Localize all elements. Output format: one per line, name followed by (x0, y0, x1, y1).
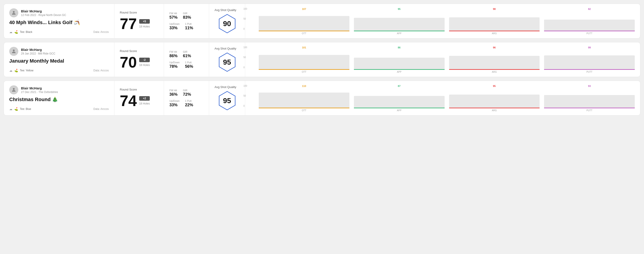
chart-section: 100500 110 OTT 87 APP 95 (245, 81, 640, 115)
bar-bg (259, 16, 350, 31)
tee-label: Tee: Blue (20, 107, 31, 111)
round-title: Christmas Round 🎄 (9, 97, 109, 103)
bar-label: ARG (492, 71, 497, 73)
quality-section: Avg Shot Quality 95 (209, 81, 245, 115)
oneputt-label: 1 Putt (185, 100, 193, 102)
stats-row-top: FW Hit 57% GIR 83% (170, 12, 204, 20)
bar-value-app: 87 (398, 85, 400, 87)
bar-wrapper (544, 11, 635, 31)
chart-section: 100500 101 OTT 86 APP 96 (245, 42, 640, 77)
y-axis-label: 50 (244, 95, 247, 97)
bag-icon: ⛳ (14, 30, 18, 34)
bar-label: PUTT (586, 109, 592, 112)
user-date: 12 Feb 2022 · Royal North Devon GC (21, 13, 66, 17)
bar-bg (544, 55, 635, 70)
score-label: Round Score (120, 11, 158, 14)
quality-section: Avg Shot Quality 90 (209, 4, 245, 38)
person-icon (11, 87, 16, 93)
chart-container: 100500 110 OTT 87 APP 95 (250, 85, 635, 112)
bar-group-ott: 101 OTT (259, 46, 350, 73)
updown-stat: Up/Down 33% (170, 100, 180, 107)
stats-row-top: FW Hit 86% GIR 61% (170, 50, 204, 58)
svg-point-2 (13, 88, 15, 90)
user-name: Blair McHarg (21, 48, 55, 52)
quality-label: Avg Shot Quality (214, 47, 236, 50)
quality-label: Avg Shot Quality (214, 8, 236, 12)
score-holes: 18 Holes (139, 64, 150, 67)
bar-value-arg: 96 (493, 46, 496, 49)
data-source: Data: Arccos (94, 107, 109, 111)
bar-value-app: 95 (398, 8, 400, 10)
round-title: 40 Mph Winds... Links Golf 🪃 (9, 20, 109, 25)
quality-number: 95 (223, 58, 231, 66)
bar-fill-line (449, 69, 540, 70)
round-card: Blair McHarg 29 Jan 2022 · Mill Ride GCC… (4, 42, 640, 77)
bar-group-putt: 99 PUTT (544, 46, 635, 73)
oneputt-value: 56% (185, 64, 193, 69)
bar-fill-line (449, 31, 540, 31)
tee-label: Tee: Black (20, 30, 32, 33)
y-axis-labels: 100500 (244, 8, 247, 30)
chart-section: 100500 107 OTT 95 APP 98 (245, 4, 640, 38)
bar-group-arg: 98 ARG (449, 8, 540, 35)
stats-row-bottom: Up/Down 33% 1 Putt 22% (170, 100, 204, 107)
bar-bg (354, 96, 444, 108)
avatar (9, 8, 18, 17)
hexagon-container: 95 (217, 52, 237, 72)
fw-hit-stat: FW Hit 36% (170, 89, 178, 97)
bar-group-putt: 93 PUTT (544, 85, 635, 112)
bar-chart: 110 OTT 87 APP 95 ARG (259, 85, 635, 112)
score-badge: +5 18 Holes (139, 19, 150, 28)
gir-value: 83% (183, 15, 191, 20)
fw-hit-value: 36% (170, 92, 178, 97)
person-icon (11, 10, 16, 15)
y-axis-labels: 100500 (244, 46, 247, 69)
bar-wrapper (354, 11, 444, 31)
bar-fill-line (259, 31, 350, 31)
person-icon (11, 49, 16, 54)
bar-wrapper (449, 50, 540, 70)
user-date: 29 Jan 2022 · Mill Ride GCC (21, 52, 55, 55)
bar-bg (544, 20, 635, 31)
score-badge: +2 18 Holes (139, 96, 150, 105)
gir-stat: GIR 61% (183, 50, 191, 58)
bar-value-putt: 93 (588, 85, 591, 87)
bar-group-arg: 96 ARG (449, 46, 540, 73)
y-axis-label: 100 (244, 8, 247, 10)
y-axis-label: 0 (244, 28, 247, 30)
fw-hit-stat: FW Hit 57% (170, 12, 178, 20)
round-title: January Monthly Medal (9, 58, 109, 64)
bar-value-ott: 110 (302, 85, 306, 87)
quality-section: Avg Shot Quality 95 (209, 42, 245, 77)
card-left: Blair McHarg 27 Dec 2021 · The Oxfordshi… (4, 81, 114, 115)
score-row: 77 +5 18 Holes (120, 16, 158, 31)
updown-label: Up/Down (170, 100, 180, 102)
fw-hit-value: 57% (170, 15, 178, 20)
user-header: Blair McHarg 29 Jan 2022 · Mill Ride GCC (9, 47, 109, 56)
stats-section: FW Hit 57% GIR 83% Up/Down 33% 1 Putt 11… (164, 4, 209, 38)
bar-fill-line (354, 31, 444, 31)
fw-hit-label: FW Hit (170, 50, 178, 53)
score-label: Round Score (120, 49, 158, 53)
bar-bg (259, 93, 350, 108)
updown-label: Up/Down (170, 61, 180, 64)
bar-wrapper (259, 11, 350, 31)
avatar (9, 47, 18, 56)
card-footer: ☁ ⛳ Tee: Yellow Data: Arccos (9, 69, 109, 72)
bar-label: ARG (492, 109, 497, 112)
bar-bg (259, 55, 350, 70)
bar-chart: 107 OTT 95 APP 98 ARG (259, 8, 635, 35)
bar-bg (354, 58, 444, 70)
bar-value-putt: 99 (588, 46, 591, 49)
card-footer: ☁ ⛳ Tee: Blue Data: Arccos (9, 107, 109, 111)
oneputt-stat: 1 Putt 11% (185, 22, 193, 30)
weather-icon: ☁ (9, 107, 12, 111)
bar-value-putt: 82 (588, 8, 591, 10)
user-name: Blair McHarg (21, 9, 66, 13)
bar-group-arg: 95 ARG (449, 85, 540, 112)
gir-label: GIR (183, 50, 191, 53)
quality-number: 90 (223, 20, 231, 28)
svg-point-1 (13, 50, 15, 51)
user-date: 27 Dec 2021 · The Oxfordshire (21, 91, 58, 94)
avatar (9, 85, 18, 94)
